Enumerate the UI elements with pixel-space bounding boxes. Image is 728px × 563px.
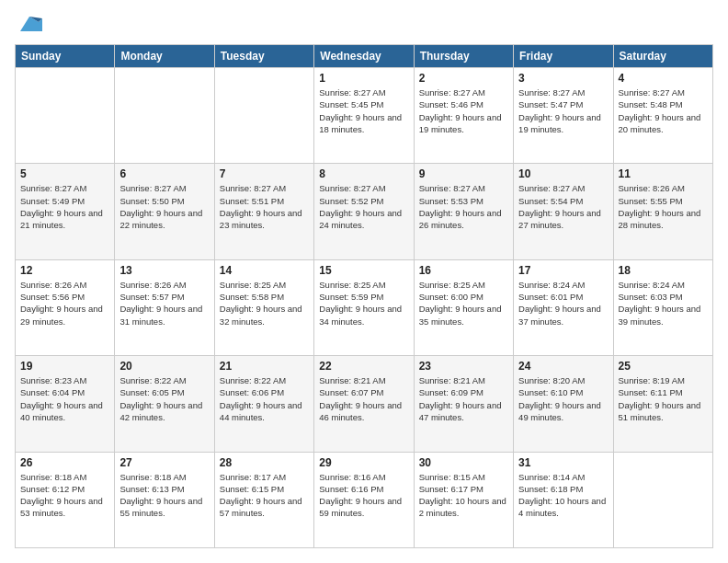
day-number: 26 bbox=[20, 456, 109, 469]
day-info: Sunrise: 8:23 AMSunset: 6:04 PMDaylight:… bbox=[20, 374, 109, 423]
day-number: 28 bbox=[220, 456, 309, 469]
day-info: Sunrise: 8:21 AMSunset: 6:07 PMDaylight:… bbox=[319, 374, 408, 423]
header-cell-friday: Friday bbox=[514, 45, 613, 68]
day-number: 14 bbox=[220, 264, 309, 277]
calendar-cell: 26Sunrise: 8:18 AMSunset: 6:12 PMDayligh… bbox=[16, 452, 115, 547]
day-info: Sunrise: 8:27 AMSunset: 5:46 PMDaylight:… bbox=[419, 86, 508, 135]
day-info: Sunrise: 8:27 AMSunset: 5:52 PMDaylight:… bbox=[319, 182, 408, 231]
day-info: Sunrise: 8:24 AMSunset: 6:03 PMDaylight:… bbox=[619, 279, 708, 327]
day-number: 2 bbox=[419, 72, 508, 85]
day-info: Sunrise: 8:26 AMSunset: 5:57 PMDaylight:… bbox=[119, 279, 209, 327]
day-info: Sunrise: 8:25 AMSunset: 5:59 PMDaylight:… bbox=[319, 279, 408, 327]
day-info: Sunrise: 8:24 AMSunset: 6:01 PMDaylight:… bbox=[518, 279, 608, 327]
day-info: Sunrise: 8:25 AMSunset: 5:58 PMDaylight:… bbox=[220, 279, 309, 327]
day-info: Sunrise: 8:27 AMSunset: 5:49 PMDaylight:… bbox=[20, 182, 109, 231]
day-info: Sunrise: 8:18 AMSunset: 6:12 PMDaylight:… bbox=[20, 471, 109, 520]
day-info: Sunrise: 8:27 AMSunset: 5:54 PMDaylight:… bbox=[518, 182, 608, 231]
day-info: Sunrise: 8:22 AMSunset: 6:05 PMDaylight:… bbox=[119, 374, 209, 423]
calendar-cell bbox=[613, 452, 712, 547]
calendar-cell: 11Sunrise: 8:26 AMSunset: 5:55 PMDayligh… bbox=[613, 164, 712, 259]
page: SundayMondayTuesdayWednesdayThursdayFrid… bbox=[0, 0, 728, 563]
calendar-table: SundayMondayTuesdayWednesdayThursdayFrid… bbox=[15, 44, 713, 548]
day-number: 22 bbox=[319, 360, 408, 373]
day-number: 17 bbox=[518, 264, 608, 277]
day-info: Sunrise: 8:18 AMSunset: 6:13 PMDaylight:… bbox=[119, 471, 209, 520]
day-number: 25 bbox=[619, 360, 708, 373]
day-info: Sunrise: 8:26 AMSunset: 5:55 PMDaylight:… bbox=[619, 182, 708, 231]
day-info: Sunrise: 8:16 AMSunset: 6:16 PMDaylight:… bbox=[319, 471, 408, 520]
day-info: Sunrise: 8:19 AMSunset: 6:11 PMDaylight:… bbox=[619, 374, 708, 423]
header-cell-tuesday: Tuesday bbox=[214, 45, 313, 68]
day-number: 18 bbox=[619, 264, 708, 277]
calendar-cell: 5Sunrise: 8:27 AMSunset: 5:49 PMDaylight… bbox=[16, 164, 115, 259]
calendar-cell: 25Sunrise: 8:19 AMSunset: 6:11 PMDayligh… bbox=[613, 356, 712, 452]
day-info: Sunrise: 8:27 AMSunset: 5:48 PMDaylight:… bbox=[619, 86, 708, 135]
day-number: 20 bbox=[119, 360, 209, 373]
day-info: Sunrise: 8:25 AMSunset: 6:00 PMDaylight:… bbox=[419, 279, 508, 327]
header-cell-thursday: Thursday bbox=[414, 45, 513, 68]
day-number: 29 bbox=[319, 456, 408, 469]
calendar-cell: 24Sunrise: 8:20 AMSunset: 6:10 PMDayligh… bbox=[514, 356, 613, 452]
day-info: Sunrise: 8:27 AMSunset: 5:45 PMDaylight:… bbox=[319, 86, 408, 135]
day-number: 30 bbox=[419, 456, 508, 469]
day-number: 1 bbox=[319, 72, 408, 85]
calendar-cell: 9Sunrise: 8:27 AMSunset: 5:53 PMDaylight… bbox=[414, 164, 513, 259]
calendar-cell: 27Sunrise: 8:18 AMSunset: 6:13 PMDayligh… bbox=[115, 452, 214, 547]
day-number: 12 bbox=[20, 264, 109, 277]
calendar-cell: 2Sunrise: 8:27 AMSunset: 5:46 PMDaylight… bbox=[414, 68, 513, 164]
day-info: Sunrise: 8:15 AMSunset: 6:17 PMDaylight:… bbox=[419, 471, 508, 520]
day-number: 4 bbox=[619, 72, 708, 85]
calendar-header-row: SundayMondayTuesdayWednesdayThursdayFrid… bbox=[16, 45, 713, 68]
day-number: 11 bbox=[619, 167, 708, 180]
calendar-cell: 6Sunrise: 8:27 AMSunset: 5:50 PMDaylight… bbox=[115, 164, 214, 259]
header-cell-monday: Monday bbox=[115, 45, 214, 68]
calendar-cell: 12Sunrise: 8:26 AMSunset: 5:56 PMDayligh… bbox=[16, 259, 115, 355]
calendar-cell: 23Sunrise: 8:21 AMSunset: 6:09 PMDayligh… bbox=[414, 356, 513, 452]
week-row-3: 12Sunrise: 8:26 AMSunset: 5:56 PMDayligh… bbox=[16, 259, 713, 355]
calendar-cell: 4Sunrise: 8:27 AMSunset: 5:48 PMDaylight… bbox=[613, 68, 712, 164]
calendar-cell: 30Sunrise: 8:15 AMSunset: 6:17 PMDayligh… bbox=[414, 452, 513, 547]
day-info: Sunrise: 8:14 AMSunset: 6:18 PMDaylight:… bbox=[518, 471, 608, 520]
day-info: Sunrise: 8:17 AMSunset: 6:15 PMDaylight:… bbox=[220, 471, 309, 520]
day-number: 27 bbox=[119, 456, 209, 469]
calendar-cell: 28Sunrise: 8:17 AMSunset: 6:15 PMDayligh… bbox=[214, 452, 313, 547]
calendar-cell: 21Sunrise: 8:22 AMSunset: 6:06 PMDayligh… bbox=[214, 356, 313, 452]
calendar-cell: 19Sunrise: 8:23 AMSunset: 6:04 PMDayligh… bbox=[16, 356, 115, 452]
day-number: 23 bbox=[419, 360, 508, 373]
header-cell-sunday: Sunday bbox=[16, 45, 115, 68]
day-number: 24 bbox=[518, 360, 608, 373]
day-info: Sunrise: 8:27 AMSunset: 5:53 PMDaylight:… bbox=[419, 182, 508, 231]
day-number: 16 bbox=[419, 264, 508, 277]
calendar-cell: 18Sunrise: 8:24 AMSunset: 6:03 PMDayligh… bbox=[613, 259, 712, 355]
day-number: 21 bbox=[220, 360, 309, 373]
day-info: Sunrise: 8:27 AMSunset: 5:51 PMDaylight:… bbox=[220, 182, 309, 231]
calendar-cell bbox=[16, 68, 115, 164]
calendar-cell: 15Sunrise: 8:25 AMSunset: 5:59 PMDayligh… bbox=[314, 259, 414, 355]
logo bbox=[15, 15, 42, 35]
logo-text bbox=[15, 15, 42, 35]
week-row-4: 19Sunrise: 8:23 AMSunset: 6:04 PMDayligh… bbox=[16, 356, 713, 452]
calendar-cell: 29Sunrise: 8:16 AMSunset: 6:16 PMDayligh… bbox=[314, 452, 414, 547]
day-info: Sunrise: 8:21 AMSunset: 6:09 PMDaylight:… bbox=[419, 374, 508, 423]
header-cell-wednesday: Wednesday bbox=[314, 45, 414, 68]
header-cell-saturday: Saturday bbox=[613, 45, 712, 68]
day-number: 5 bbox=[20, 167, 109, 180]
day-number: 6 bbox=[119, 167, 209, 180]
logo-icon bbox=[17, 15, 42, 35]
day-number: 8 bbox=[319, 167, 408, 180]
day-number: 9 bbox=[419, 167, 508, 180]
calendar-body: 1Sunrise: 8:27 AMSunset: 5:45 PMDaylight… bbox=[16, 68, 713, 548]
calendar-cell bbox=[214, 68, 313, 164]
day-number: 15 bbox=[319, 264, 408, 277]
header bbox=[15, 15, 713, 35]
day-info: Sunrise: 8:20 AMSunset: 6:10 PMDaylight:… bbox=[518, 374, 608, 423]
calendar-cell: 8Sunrise: 8:27 AMSunset: 5:52 PMDaylight… bbox=[314, 164, 414, 259]
calendar-cell: 31Sunrise: 8:14 AMSunset: 6:18 PMDayligh… bbox=[514, 452, 613, 547]
day-number: 3 bbox=[518, 72, 608, 85]
day-info: Sunrise: 8:22 AMSunset: 6:06 PMDaylight:… bbox=[220, 374, 309, 423]
calendar-cell: 16Sunrise: 8:25 AMSunset: 6:00 PMDayligh… bbox=[414, 259, 513, 355]
day-info: Sunrise: 8:27 AMSunset: 5:47 PMDaylight:… bbox=[518, 86, 608, 135]
calendar-cell: 3Sunrise: 8:27 AMSunset: 5:47 PMDaylight… bbox=[514, 68, 613, 164]
week-row-5: 26Sunrise: 8:18 AMSunset: 6:12 PMDayligh… bbox=[16, 452, 713, 547]
calendar-cell bbox=[115, 68, 214, 164]
